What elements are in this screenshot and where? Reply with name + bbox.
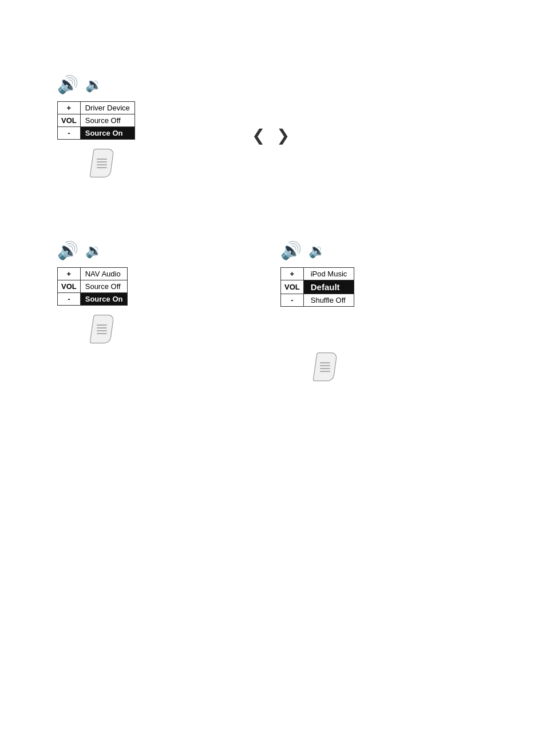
- knob-2[interactable]: [89, 315, 114, 343]
- arrow-group-1: ❮ ❯: [252, 126, 290, 145]
- ipod-music-row-3: Shuffle Off: [303, 294, 354, 307]
- ipod-music-row-1: iPod Music: [303, 268, 354, 280]
- speaker-quiet-icon-1: 🔉: [85, 77, 102, 93]
- nav-audio-row-3: Source On: [80, 293, 128, 306]
- speaker-group-3: 🔊 🔉: [280, 240, 354, 260]
- knob-1-lines: [97, 159, 107, 168]
- speaker-quiet-icon-3: 🔉: [308, 243, 326, 259]
- speaker-group-2: 🔊 🔉: [57, 240, 128, 260]
- arrow-right-icon-1[interactable]: ❯: [276, 126, 290, 145]
- ipod-music-table: + iPod Music VOL Default - Shuffle Off: [280, 267, 354, 307]
- driver-device-row-3: Source On: [80, 127, 134, 140]
- vol-label-1: VOL: [58, 114, 81, 127]
- nav-audio-row-2: Source Off: [80, 280, 128, 293]
- nav-audio-section: 🔊 🔉 + NAV Audio VOL Source Off - Source …: [57, 240, 128, 343]
- knob-1[interactable]: [89, 149, 114, 177]
- speaker-quiet-icon-2: 🔉: [85, 243, 102, 259]
- driver-device-table: + Driver Device VOL Source Off - Source …: [57, 101, 135, 140]
- vol-label-3: VOL: [281, 280, 304, 294]
- ipod-music-section: 🔊 🔉 + iPod Music VOL Default - Shuffle O…: [280, 240, 354, 381]
- driver-device-row-1: Driver Device: [80, 102, 134, 114]
- plus-label-2: +: [58, 268, 81, 280]
- plus-label-1: +: [58, 102, 81, 114]
- speaker-loud-icon-2: 🔊: [57, 240, 78, 260]
- knob-2-container: [92, 315, 128, 343]
- speaker-loud-icon-3: 🔊: [280, 240, 302, 260]
- driver-device-row-2: Source Off: [80, 114, 134, 127]
- nav-audio-row-1: NAV Audio: [80, 268, 128, 280]
- speaker-group-1: 🔊 🔉: [57, 74, 135, 94]
- knob-2-lines: [97, 324, 107, 334]
- knob-3[interactable]: [312, 353, 337, 381]
- nav-audio-table: + NAV Audio VOL Source Off - Source On: [57, 267, 128, 306]
- speaker-loud-icon-1: 🔊: [57, 74, 78, 94]
- arrow-left-icon-1[interactable]: ❮: [252, 126, 265, 145]
- driver-device-section: 🔊 🔉 + Driver Device VOL Source Off - Sou…: [57, 74, 135, 177]
- minus-label-1: -: [58, 127, 81, 140]
- knob-3-lines: [320, 362, 330, 372]
- plus-label-3: +: [281, 268, 304, 280]
- minus-label-3: -: [281, 294, 304, 307]
- vol-label-2: VOL: [58, 280, 81, 293]
- minus-label-2: -: [58, 293, 81, 306]
- ipod-music-row-2: Default: [303, 280, 354, 294]
- knob-1-container: [92, 149, 135, 177]
- knob-3-container: [315, 353, 354, 381]
